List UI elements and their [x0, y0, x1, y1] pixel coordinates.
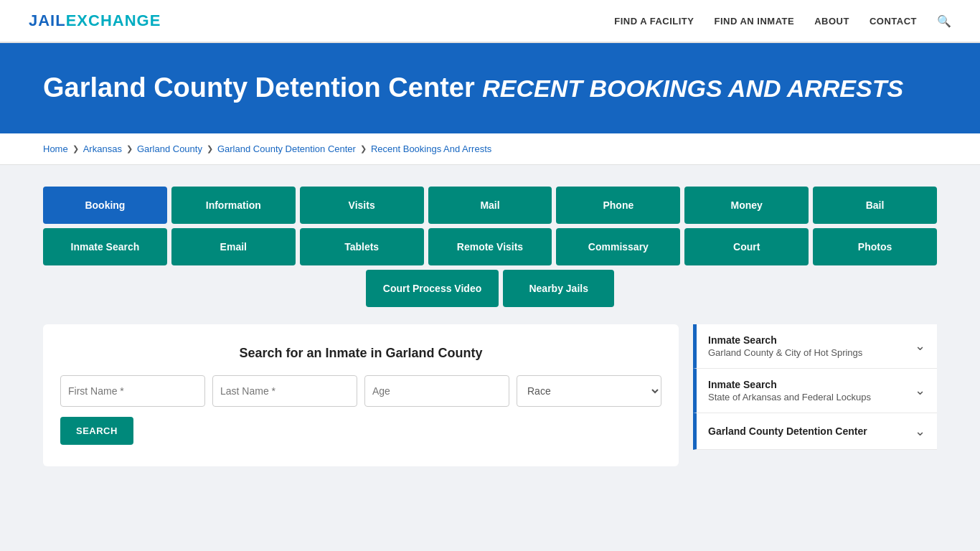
btn-court[interactable]: Court — [684, 228, 809, 265]
btn-commissary[interactable]: Commissary — [556, 228, 680, 265]
breadcrumb-garland-detention[interactable]: Garland County Detention Center — [217, 143, 356, 154]
main-content: Booking Information Visits Mail Phone Mo… — [0, 165, 980, 488]
hero-title-main: Garland County Detention Center — [43, 72, 475, 103]
header: JAILEXCHANGE FIND A FACILITY FIND AN INM… — [0, 0, 980, 43]
button-row-3: Court Process Video Nearby Jails — [43, 270, 937, 307]
hero-title-italic: RECENT BOOKINGS AND ARRESTS — [482, 75, 903, 102]
sidebar-title-1: Inmate Search — [708, 334, 862, 346]
nav-about[interactable]: ABOUT — [814, 16, 849, 27]
search-form-title: Search for an Inmate in Garland County — [60, 346, 661, 361]
chevron-down-icon-2: ⌄ — [915, 382, 925, 398]
sidebar-sub-2: State of Arkansas and Federal Lockups — [708, 392, 871, 402]
button-row-1: Booking Information Visits Mail Phone Mo… — [43, 187, 937, 224]
breadcrumb-sep-4: ❯ — [360, 144, 367, 154]
sidebar-title-2: Inmate Search — [708, 379, 871, 390]
breadcrumb-garland-county[interactable]: Garland County — [137, 143, 202, 154]
btn-inmate-search[interactable]: Inmate Search — [43, 228, 167, 265]
nav-find-inmate[interactable]: FIND AN INMATE — [714, 16, 794, 27]
search-form-row-1: Race White Black Hispanic Asian Other — [60, 375, 661, 407]
nav: FIND A FACILITY FIND AN INMATE ABOUT CON… — [614, 14, 951, 28]
sidebar-text-1: Inmate Search Garland County & City of H… — [708, 334, 862, 358]
logo-jail: JAIL — [29, 11, 66, 29]
breadcrumb-sep-1: ❯ — [72, 144, 79, 154]
logo-exchange: EXCHANGE — [66, 11, 161, 29]
btn-booking[interactable]: Booking — [43, 187, 167, 224]
button-row-2: Inmate Search Email Tablets Remote Visit… — [43, 228, 937, 265]
btn-mail[interactable]: Mail — [428, 187, 552, 224]
sidebar-text-2: Inmate Search State of Arkansas and Fede… — [708, 379, 871, 402]
btn-money[interactable]: Money — [684, 187, 809, 224]
breadcrumb-arkansas[interactable]: Arkansas — [83, 143, 122, 154]
first-name-input[interactable] — [60, 375, 205, 407]
sidebar-sub-1: Garland County & City of Hot Springs — [708, 347, 862, 358]
sidebar: Inmate Search Garland County & City of H… — [693, 324, 937, 466]
sidebar-item-inmate-search-garland[interactable]: Inmate Search Garland County & City of H… — [693, 324, 937, 369]
age-input[interactable] — [364, 375, 509, 407]
logo[interactable]: JAILEXCHANGE — [29, 11, 161, 30]
breadcrumb-home[interactable]: Home — [43, 143, 68, 154]
sidebar-item-garland-detention[interactable]: Garland County Detention Center ⌄ — [693, 413, 937, 450]
chevron-down-icon-3: ⌄ — [915, 423, 925, 439]
btn-visits[interactable]: Visits — [300, 187, 424, 224]
hero-section: Garland County Detention Center RECENT B… — [0, 43, 980, 133]
race-select[interactable]: Race White Black Hispanic Asian Other — [517, 375, 661, 407]
btn-remote-visits[interactable]: Remote Visits — [428, 228, 552, 265]
lower-section: Search for an Inmate in Garland County R… — [43, 324, 937, 466]
search-form-box: Search for an Inmate in Garland County R… — [43, 324, 679, 466]
btn-email[interactable]: Email — [171, 228, 296, 265]
last-name-input[interactable] — [212, 375, 357, 407]
btn-information[interactable]: Information — [171, 187, 296, 224]
sidebar-item-inmate-search-arkansas[interactable]: Inmate Search State of Arkansas and Fede… — [693, 369, 937, 413]
btn-court-process-video[interactable]: Court Process Video — [366, 270, 499, 307]
breadcrumb: Home ❯ Arkansas ❯ Garland County ❯ Garla… — [0, 133, 980, 165]
nav-contact[interactable]: CONTACT — [870, 16, 917, 27]
search-icon[interactable]: 🔍 — [937, 14, 951, 28]
search-button[interactable]: SEARCH — [60, 417, 133, 445]
btn-photos[interactable]: Photos — [813, 228, 937, 265]
breadcrumb-sep-3: ❯ — [207, 144, 213, 154]
breadcrumb-recent-bookings[interactable]: Recent Bookings And Arrests — [371, 143, 491, 154]
btn-tablets[interactable]: Tablets — [300, 228, 424, 265]
sidebar-plain-title: Garland County Detention Center — [708, 425, 867, 437]
chevron-down-icon-1: ⌄ — [915, 338, 925, 354]
btn-bail[interactable]: Bail — [813, 187, 937, 224]
nav-find-facility[interactable]: FIND A FACILITY — [614, 16, 694, 27]
btn-nearby-jails[interactable]: Nearby Jails — [503, 270, 614, 307]
btn-phone[interactable]: Phone — [556, 187, 680, 224]
page-title: Garland County Detention Center RECENT B… — [43, 72, 937, 105]
breadcrumb-sep-2: ❯ — [126, 144, 133, 154]
